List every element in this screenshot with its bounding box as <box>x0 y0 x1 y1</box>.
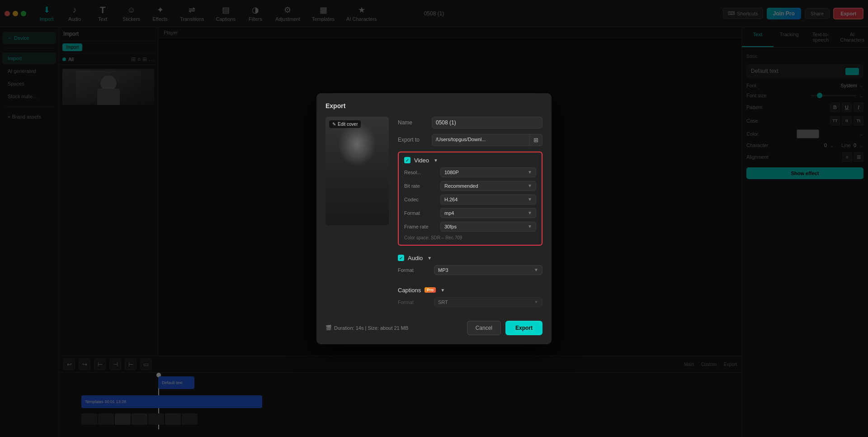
resolution-select[interactable]: 1080P ▼ <box>440 167 536 177</box>
modal-form: Name Export to /Users/topgus/Downl... ⊞ … <box>398 117 542 314</box>
resolution-row: Resol... 1080P ▼ <box>404 167 536 177</box>
modal-footer: 🎬 Duration: 14s | Size: about 21 MB Canc… <box>326 321 542 335</box>
export-to-label: Export to <box>398 137 432 143</box>
captions-format-arrow-icon: ▼ <box>534 299 538 304</box>
video-arrow-icon: ▼ <box>434 158 438 163</box>
resolution-label: Resol... <box>404 170 440 175</box>
codec-select[interactable]: H.264 ▼ <box>440 195 536 204</box>
audio-toggle: ✓ Audio ▼ <box>398 255 542 261</box>
video-checkbox[interactable]: ✓ <box>404 157 410 163</box>
audio-section: ✓ Audio ▼ Format MP3 ▼ <box>398 250 542 283</box>
video-label: Video <box>414 157 429 164</box>
framerate-row: Frame rate 30fps ▼ <box>404 222 536 232</box>
codec-row: Codec H.264 ▼ <box>404 195 536 204</box>
audio-format-label: Format <box>398 267 434 273</box>
name-row: Name <box>398 117 542 128</box>
captions-format-label: Format <box>398 299 434 305</box>
captions-toggle: Captions Pro ▼ <box>398 287 542 294</box>
modal-overlay: Export ✎ Edit cover Name Export t <box>0 0 868 437</box>
format-select[interactable]: mp4 ▼ <box>440 208 536 218</box>
bitrate-row: Bit rate Recommended ▼ <box>404 181 536 191</box>
video-section: ✓ Video ▼ Resol... 1080P ▼ Bit rate <box>398 152 542 246</box>
format-arrow-icon: ▼ <box>528 210 532 215</box>
framerate-select[interactable]: 30fps ▼ <box>440 222 536 232</box>
audio-checkbox[interactable]: ✓ <box>398 255 404 261</box>
video-toggle: ✓ Video ▼ <box>404 157 536 164</box>
name-label: Name <box>398 119 432 126</box>
codec-label: Codec <box>404 197 440 202</box>
export-path-container: /Users/topgus/Downl... ⊞ <box>432 134 542 146</box>
cover-silhouette <box>326 117 389 225</box>
framerate-arrow-icon: ▼ <box>528 224 532 229</box>
codec-arrow-icon: ▼ <box>528 197 532 202</box>
audio-format-select[interactable]: MP3 ▼ <box>434 265 542 275</box>
pencil-icon: ✎ <box>332 122 336 127</box>
captions-section: Captions Pro ▼ Format SRT ▼ <box>398 283 542 314</box>
bitrate-arrow-icon: ▼ <box>528 183 532 188</box>
modal-body: ✎ Edit cover Name Export to /Users/topgu… <box>326 117 542 314</box>
duration-text: Duration: 14s | Size: about 21 MB <box>334 325 408 331</box>
export-to-row: Export to /Users/topgus/Downl... ⊞ <box>398 134 542 146</box>
audio-format-arrow-icon: ▼ <box>534 267 538 272</box>
captions-label: Captions <box>398 287 421 294</box>
cover-image <box>326 117 389 225</box>
bitrate-label: Bit rate <box>404 183 440 189</box>
framerate-label: Frame rate <box>404 224 440 229</box>
captions-format-row: Format SRT ▼ <box>398 297 542 307</box>
color-space-text: Color space: SDR – Rec.709 <box>404 235 536 240</box>
audio-label: Audio <box>408 255 423 261</box>
export-modal: Export ✎ Edit cover Name Export t <box>316 93 552 344</box>
resolution-arrow-icon: ▼ <box>528 170 532 175</box>
format-label: Format <box>404 210 440 216</box>
export-path-display: /Users/topgus/Downl... <box>432 134 530 146</box>
edit-cover-button[interactable]: ✎ Edit cover <box>329 120 361 128</box>
captions-arrow-icon: ▼ <box>440 288 445 293</box>
film-icon: 🎬 <box>326 325 332 331</box>
name-input[interactable] <box>432 117 542 128</box>
duration-info: 🎬 Duration: 14s | Size: about 21 MB <box>326 325 408 331</box>
format-row: Format mp4 ▼ <box>404 208 536 218</box>
modal-cover: ✎ Edit cover <box>326 117 389 314</box>
modal-actions: Cancel Export <box>467 321 542 335</box>
cancel-button[interactable]: Cancel <box>467 321 501 335</box>
audio-format-row: Format MP3 ▼ <box>398 265 542 275</box>
export-button[interactable]: Export <box>505 321 542 335</box>
browse-path-button[interactable]: ⊞ <box>530 134 542 146</box>
pro-badge: Pro <box>425 287 436 293</box>
modal-title: Export <box>326 102 542 109</box>
captions-format-select[interactable]: SRT ▼ <box>434 297 542 307</box>
bitrate-select[interactable]: Recommended ▼ <box>440 181 536 191</box>
audio-arrow-icon: ▼ <box>427 256 432 261</box>
